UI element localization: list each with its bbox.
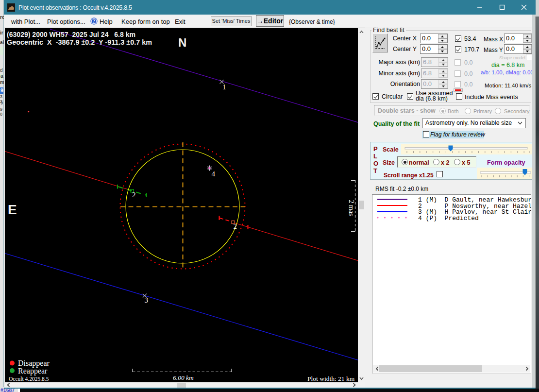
svg-text:2: 2 xyxy=(132,191,136,199)
svg-text:(63029) 2000 WH57 2025 Jul 24: (63029) 2000 WH57 2025 Jul 24 6.8 km xyxy=(7,31,135,38)
svg-text:3: 3 xyxy=(145,296,149,304)
svg-text:2: 2 xyxy=(234,222,237,230)
svg-text:4 (P) Predicted: 4 (P) Predicted xyxy=(418,215,479,222)
svg-text:Occult 4.2025.8.5: Occult 4.2025.8.5 xyxy=(9,376,49,382)
svg-text:N: N xyxy=(178,36,186,49)
svg-text:Reappear: Reappear xyxy=(18,367,48,375)
svg-text:?: ? xyxy=(93,18,95,24)
svg-text:4: 4 xyxy=(212,170,216,178)
svg-text:E: E xyxy=(8,202,17,217)
svg-text:Geocentric X -3867.9 ±0.2 Y: Geocentric X -3867.9 ±0.2 Y -911.3 ±0.7 … xyxy=(7,38,152,46)
svg-text:2 mas: 2 mas xyxy=(348,200,355,216)
svg-text:1: 1 xyxy=(222,83,226,91)
svg-text:Plot width: 21 km: Plot width: 21 km xyxy=(307,375,355,382)
svg-text:6.00 km: 6.00 km xyxy=(173,374,194,381)
